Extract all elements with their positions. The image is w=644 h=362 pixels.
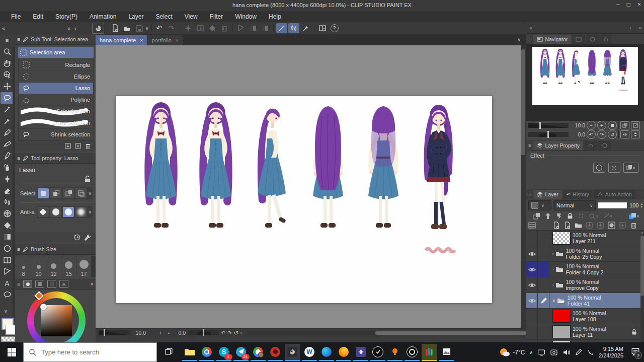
ruler-button[interactable] <box>235 23 247 33</box>
canvas-vertical-scrollbar[interactable] <box>521 45 526 328</box>
media-app-icon[interactable] <box>268 344 283 361</box>
tray-expand-icon[interactable]: ∧ <box>529 350 533 355</box>
opacity-slider[interactable] <box>598 202 627 209</box>
toolstrip-more-icon[interactable]: ∨ <box>4 309 8 314</box>
layer-color-chip[interactable]: ∨ <box>628 212 639 220</box>
toolstrip-menu-icon[interactable]: ≡ <box>1 34 14 46</box>
tool-eraser[interactable] <box>1 185 14 196</box>
panel-menu-icon[interactable]: ≡ <box>528 36 531 42</box>
unlock-icon[interactable] <box>84 175 91 182</box>
tool-decoration[interactable] <box>1 173 14 185</box>
tab-subview[interactable] <box>572 35 585 44</box>
menu-file[interactable]: File <box>5 12 27 22</box>
effect-layer-color-button[interactable]: ∨ <box>623 163 638 173</box>
volume-icon[interactable] <box>562 348 571 356</box>
csp-logo-icon[interactable] <box>92 23 104 34</box>
reset-tool-icon[interactable] <box>73 234 81 241</box>
tool-fill[interactable] <box>1 220 14 231</box>
dock-next-icon[interactable]: › <box>629 25 631 31</box>
layer-row-layer-108[interactable]: 100 % NormalLayer 108 <box>526 309 644 324</box>
visibility-cell[interactable] <box>526 262 538 277</box>
nav-flip-horizontal-button[interactable] <box>620 130 629 138</box>
subtool-item-erase-selection[interactable]: Erase selection <box>19 117 93 129</box>
new-raster-layer-icon[interactable] <box>552 222 560 229</box>
tool-operation[interactable] <box>1 69 14 81</box>
lock-transparent-icon[interactable] <box>578 212 585 220</box>
subtool-item-selection-pen[interactable]: Selection pen <box>19 106 93 117</box>
photos-app-icon[interactable] <box>439 344 454 361</box>
tool-eyedropper[interactable] <box>1 115 14 127</box>
panel-menu-icon[interactable]: ≡ <box>528 191 531 197</box>
grid-button[interactable] <box>248 23 259 33</box>
visibility-cell[interactable] <box>526 324 538 339</box>
saturation-value-square[interactable] <box>41 305 72 336</box>
subtool-group-selected[interactable]: Selection area <box>18 47 94 58</box>
checkbox-cell[interactable] <box>538 324 549 339</box>
nav-fit-screen-button[interactable] <box>631 121 640 129</box>
tool-property-header[interactable]: ≡ Tool property: Lasso <box>15 153 96 164</box>
color-mixing-tab[interactable] <box>59 280 68 288</box>
layer-row-layer-11[interactable]: 100 % NormalLayer 11 <box>526 324 644 340</box>
brush-size-15[interactable]: 15 <box>61 256 76 277</box>
rotate-ccw-icon[interactable]: ↶ <box>221 330 225 336</box>
create-mask-icon[interactable] <box>608 222 615 229</box>
taskbar-clock[interactable]: 9:15 AM 2/24/2025 <box>599 346 623 359</box>
taskbar-search[interactable] <box>23 342 157 362</box>
tool-settings-wrench-icon[interactable] <box>84 234 92 241</box>
fit-to-screen-icon[interactable]: ▪ <box>166 331 172 335</box>
file-explorer-icon[interactable] <box>182 344 197 361</box>
visibility-cell[interactable] <box>526 231 538 246</box>
panel-menu-icon[interactable]: ≡ <box>17 246 20 252</box>
balloon-app-icon[interactable] <box>387 344 403 361</box>
ruler-range-icon[interactable]: ∨ <box>603 212 613 220</box>
collapse-icon[interactable]: ∨ <box>552 299 555 303</box>
color-panel-header[interactable]: ≡ ∨ <box>15 279 96 289</box>
tab-item-bank[interactable] <box>586 35 599 44</box>
subtool-item-rectangle[interactable]: Rectangle <box>19 59 93 71</box>
menu-filter[interactable]: Filter <box>204 12 229 22</box>
menu-window[interactable]: Window <box>229 12 263 22</box>
add-subtool-icon[interactable] <box>74 142 82 150</box>
antialias-medium-button[interactable] <box>63 207 74 217</box>
antialias-strong-button[interactable] <box>75 207 87 217</box>
language-indicator-icon[interactable] <box>587 349 594 356</box>
delete-subtool-icon[interactable] <box>85 142 92 150</box>
sub-color-swatch[interactable] <box>6 325 16 335</box>
editing-target-cell[interactable] <box>538 293 549 308</box>
notification-center-button[interactable]: 3 <box>631 347 640 357</box>
tool-brush[interactable] <box>1 150 14 162</box>
eye-icon[interactable] <box>528 281 536 289</box>
visibility-cell[interactable] <box>526 246 538 261</box>
tool-liquify[interactable] <box>1 208 14 220</box>
telegram-icon[interactable]: 21 <box>233 344 249 361</box>
layer-thumbnail[interactable] <box>552 232 571 245</box>
new-file-button[interactable] <box>110 23 121 33</box>
layer-row-improve-copy[interactable]: › 100 % Normalimprove Copy <box>526 277 644 293</box>
snap-ruler-button[interactable] <box>276 23 287 33</box>
menu-layer[interactable]: Layer <box>122 12 149 22</box>
brush-size-12[interactable]: 12 <box>46 256 61 277</box>
enable-mask-icon[interactable]: ∨ <box>589 212 599 220</box>
tab-navigator[interactable]: Navigator <box>533 35 571 44</box>
antialias-weak-button[interactable] <box>50 207 61 217</box>
selection-mode-add-button[interactable] <box>50 188 61 198</box>
collapse-left3-icon[interactable]: ‹ <box>74 25 92 31</box>
apply-mask-icon[interactable] <box>619 222 626 229</box>
import-subtool-icon[interactable] <box>64 142 71 150</box>
tool-selection-area[interactable] <box>1 92 14 104</box>
tab-close-icon[interactable]: × <box>140 37 143 43</box>
tool-move[interactable] <box>1 81 14 92</box>
edge-icon[interactable] <box>319 344 334 361</box>
clock-app-icon[interactable] <box>370 344 385 361</box>
expand-icon[interactable]: › <box>552 267 554 272</box>
tab-close-icon[interactable]: × <box>176 37 179 43</box>
collapse-status-icon[interactable]: ‹ <box>240 330 242 335</box>
zoom-slider[interactable] <box>99 330 130 335</box>
checkbox-cell[interactable] <box>538 231 549 246</box>
task-view-button[interactable] <box>161 344 176 361</box>
chrome-icon[interactable] <box>199 344 214 361</box>
merge-down-icon[interactable] <box>597 222 604 229</box>
menu-help[interactable]: Help <box>263 12 287 22</box>
effect-border-button[interactable] <box>593 163 605 173</box>
close-button[interactable]: × <box>637 1 641 8</box>
